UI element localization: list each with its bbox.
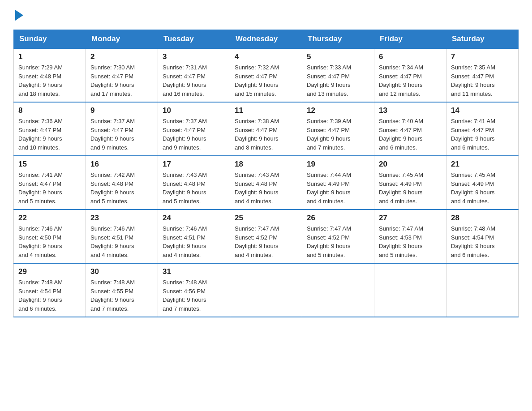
- calendar-week-5: 29 Sunrise: 7:48 AMSunset: 4:54 PMDaylig…: [14, 263, 519, 317]
- day-number: 8: [18, 106, 81, 115]
- calendar-week-2: 8 Sunrise: 7:36 AMSunset: 4:47 PMDayligh…: [14, 102, 519, 156]
- header-day-sunday: Sunday: [14, 30, 86, 49]
- calendar-cell: 31 Sunrise: 7:48 AMSunset: 4:56 PMDaylig…: [158, 263, 230, 317]
- calendar-cell: 22 Sunrise: 7:46 AMSunset: 4:50 PMDaylig…: [14, 210, 86, 263]
- day-number: 26: [307, 214, 369, 223]
- calendar-cell: 4 Sunrise: 7:32 AMSunset: 4:47 PMDayligh…: [230, 48, 302, 102]
- day-info: Sunrise: 7:46 AMSunset: 4:51 PMDaylight:…: [163, 225, 207, 258]
- calendar-cell: 15 Sunrise: 7:41 AMSunset: 4:47 PMDaylig…: [14, 156, 86, 210]
- header-day-tuesday: Tuesday: [158, 30, 230, 49]
- day-number: 24: [163, 214, 225, 223]
- calendar-cell: [230, 263, 302, 317]
- day-info: Sunrise: 7:46 AMSunset: 4:50 PMDaylight:…: [18, 225, 63, 258]
- calendar-cell: 21 Sunrise: 7:45 AMSunset: 4:49 PMDaylig…: [446, 156, 519, 210]
- day-info: Sunrise: 7:38 AMSunset: 4:47 PMDaylight:…: [235, 118, 279, 151]
- day-number: 28: [451, 214, 514, 223]
- day-number: 12: [307, 106, 369, 115]
- day-info: Sunrise: 7:30 AMSunset: 4:47 PMDaylight:…: [90, 64, 135, 97]
- day-info: Sunrise: 7:46 AMSunset: 4:51 PMDaylight:…: [90, 225, 135, 258]
- day-info: Sunrise: 7:42 AMSunset: 4:48 PMDaylight:…: [90, 171, 135, 205]
- day-number: 23: [90, 214, 153, 223]
- day-number: 1: [18, 52, 81, 61]
- calendar-cell: 6 Sunrise: 7:34 AMSunset: 4:47 PMDayligh…: [374, 48, 446, 102]
- calendar-cell: 28 Sunrise: 7:48 AMSunset: 4:54 PMDaylig…: [446, 210, 519, 263]
- logo: [13, 9, 23, 21]
- day-number: 10: [163, 106, 225, 115]
- day-info: Sunrise: 7:36 AMSunset: 4:47 PMDaylight:…: [18, 118, 63, 151]
- day-number: 27: [379, 214, 442, 223]
- calendar-cell: 18 Sunrise: 7:43 AMSunset: 4:48 PMDaylig…: [230, 156, 302, 210]
- day-info: Sunrise: 7:37 AMSunset: 4:47 PMDaylight:…: [90, 118, 135, 151]
- calendar-cell: 2 Sunrise: 7:30 AMSunset: 4:47 PMDayligh…: [86, 48, 158, 102]
- day-number: 11: [235, 106, 297, 115]
- day-info: Sunrise: 7:40 AMSunset: 4:47 PMDaylight:…: [379, 118, 423, 151]
- day-info: Sunrise: 7:48 AMSunset: 4:55 PMDaylight:…: [90, 279, 135, 312]
- header-day-monday: Monday: [86, 30, 158, 49]
- page-header: [13, 9, 519, 21]
- day-number: 20: [379, 160, 442, 169]
- day-info: Sunrise: 7:39 AMSunset: 4:47 PMDaylight:…: [307, 118, 351, 151]
- day-info: Sunrise: 7:43 AMSunset: 4:48 PMDaylight:…: [235, 171, 279, 205]
- day-number: 17: [163, 160, 225, 169]
- calendar-cell: 26 Sunrise: 7:47 AMSunset: 4:52 PMDaylig…: [302, 210, 374, 263]
- calendar-cell: [302, 263, 374, 317]
- day-number: 2: [90, 52, 153, 61]
- day-number: 31: [163, 267, 225, 276]
- logo-arrow-icon: [15, 10, 23, 21]
- header-day-friday: Friday: [374, 30, 446, 49]
- day-number: 29: [18, 267, 81, 276]
- calendar-cell: 12 Sunrise: 7:39 AMSunset: 4:47 PMDaylig…: [302, 102, 374, 156]
- day-info: Sunrise: 7:43 AMSunset: 4:48 PMDaylight:…: [163, 171, 207, 205]
- day-info: Sunrise: 7:41 AMSunset: 4:47 PMDaylight:…: [451, 118, 495, 151]
- day-number: 30: [90, 267, 153, 276]
- calendar-cell: 1 Sunrise: 7:29 AMSunset: 4:48 PMDayligh…: [14, 48, 86, 102]
- day-info: Sunrise: 7:48 AMSunset: 4:54 PMDaylight:…: [451, 225, 495, 258]
- day-number: 13: [379, 106, 442, 115]
- day-info: Sunrise: 7:45 AMSunset: 4:49 PMDaylight:…: [451, 171, 495, 205]
- day-number: 21: [451, 160, 514, 169]
- day-info: Sunrise: 7:33 AMSunset: 4:47 PMDaylight:…: [307, 64, 351, 97]
- calendar-cell: 3 Sunrise: 7:31 AMSunset: 4:47 PMDayligh…: [158, 48, 230, 102]
- day-info: Sunrise: 7:34 AMSunset: 4:47 PMDaylight:…: [379, 64, 423, 97]
- calendar-cell: 24 Sunrise: 7:46 AMSunset: 4:51 PMDaylig…: [158, 210, 230, 263]
- calendar-cell: 10 Sunrise: 7:37 AMSunset: 4:47 PMDaylig…: [158, 102, 230, 156]
- calendar-header-row: SundayMondayTuesdayWednesdayThursdayFrid…: [14, 30, 519, 49]
- calendar-cell: 14 Sunrise: 7:41 AMSunset: 4:47 PMDaylig…: [446, 102, 519, 156]
- calendar-cell: 5 Sunrise: 7:33 AMSunset: 4:47 PMDayligh…: [302, 48, 374, 102]
- day-info: Sunrise: 7:47 AMSunset: 4:52 PMDaylight:…: [307, 225, 351, 258]
- calendar-table: SundayMondayTuesdayWednesdayThursdayFrid…: [13, 30, 519, 317]
- header-day-saturday: Saturday: [446, 30, 519, 49]
- calendar-cell: 23 Sunrise: 7:46 AMSunset: 4:51 PMDaylig…: [86, 210, 158, 263]
- calendar-cell: 25 Sunrise: 7:47 AMSunset: 4:52 PMDaylig…: [230, 210, 302, 263]
- calendar-cell: 7 Sunrise: 7:35 AMSunset: 4:47 PMDayligh…: [446, 48, 519, 102]
- calendar-cell: 9 Sunrise: 7:37 AMSunset: 4:47 PMDayligh…: [86, 102, 158, 156]
- day-number: 6: [379, 52, 442, 61]
- day-info: Sunrise: 7:44 AMSunset: 4:49 PMDaylight:…: [307, 171, 351, 205]
- day-number: 7: [451, 52, 514, 61]
- calendar-cell: 30 Sunrise: 7:48 AMSunset: 4:55 PMDaylig…: [86, 263, 158, 317]
- day-number: 9: [90, 106, 153, 115]
- calendar-cell: 11 Sunrise: 7:38 AMSunset: 4:47 PMDaylig…: [230, 102, 302, 156]
- calendar-cell: 17 Sunrise: 7:43 AMSunset: 4:48 PMDaylig…: [158, 156, 230, 210]
- day-info: Sunrise: 7:48 AMSunset: 4:54 PMDaylight:…: [18, 279, 63, 312]
- calendar-cell: 13 Sunrise: 7:40 AMSunset: 4:47 PMDaylig…: [374, 102, 446, 156]
- day-info: Sunrise: 7:41 AMSunset: 4:47 PMDaylight:…: [18, 171, 63, 205]
- day-info: Sunrise: 7:48 AMSunset: 4:56 PMDaylight:…: [163, 279, 207, 312]
- day-number: 18: [235, 160, 297, 169]
- day-info: Sunrise: 7:29 AMSunset: 4:48 PMDaylight:…: [18, 64, 63, 97]
- day-number: 25: [235, 214, 297, 223]
- calendar-cell: 19 Sunrise: 7:44 AMSunset: 4:49 PMDaylig…: [302, 156, 374, 210]
- day-number: 16: [90, 160, 153, 169]
- calendar-week-4: 22 Sunrise: 7:46 AMSunset: 4:50 PMDaylig…: [14, 210, 519, 263]
- calendar-cell: 20 Sunrise: 7:45 AMSunset: 4:49 PMDaylig…: [374, 156, 446, 210]
- calendar-cell: 16 Sunrise: 7:42 AMSunset: 4:48 PMDaylig…: [86, 156, 158, 210]
- day-number: 15: [18, 160, 81, 169]
- day-info: Sunrise: 7:31 AMSunset: 4:47 PMDaylight:…: [163, 64, 207, 97]
- day-info: Sunrise: 7:45 AMSunset: 4:49 PMDaylight:…: [379, 171, 423, 205]
- day-number: 22: [18, 214, 81, 223]
- day-number: 5: [307, 52, 369, 61]
- header-day-wednesday: Wednesday: [230, 30, 302, 49]
- calendar-cell: 29 Sunrise: 7:48 AMSunset: 4:54 PMDaylig…: [14, 263, 86, 317]
- day-number: 19: [307, 160, 369, 169]
- header-day-thursday: Thursday: [302, 30, 374, 49]
